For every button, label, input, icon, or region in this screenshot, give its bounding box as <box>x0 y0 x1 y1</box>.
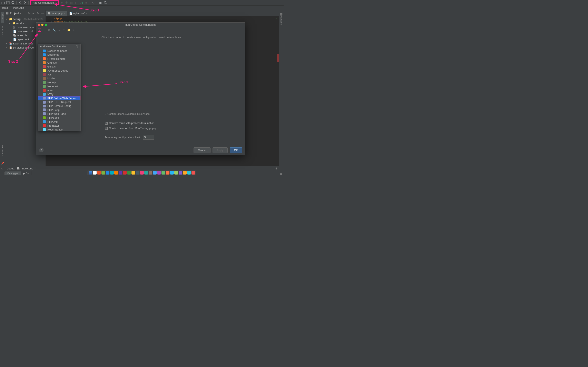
tool-database[interactable]: Database <box>280 15 283 25</box>
gear-icon[interactable]: ⚙ <box>36 12 40 15</box>
dropdown-item-label: Protractor <box>47 124 59 127</box>
dropdown-item-phpunit[interactable]: PHPUnit <box>38 120 80 124</box>
dropdown-item-protractor[interactable]: Protractor <box>38 124 80 128</box>
close-icon[interactable]: × <box>63 12 65 15</box>
collapse-icon[interactable]: ⇥ <box>32 12 35 15</box>
database-icon[interactable]: ▦ <box>280 12 283 15</box>
config-type-icon <box>43 50 46 52</box>
down-icon[interactable]: ▾ <box>62 29 66 32</box>
search-icon[interactable] <box>104 1 107 4</box>
minimize-icon[interactable]: — <box>41 12 44 15</box>
build-icon[interactable] <box>91 1 95 4</box>
tool-structure[interactable]: 7: Structure <box>1 26 4 38</box>
editor-tab[interactable]: 📄nginx.conf× <box>67 11 89 16</box>
dialog-titlebar[interactable]: Run/Debug Configurations <box>36 23 245 27</box>
dropdown-item-php-script[interactable]: PHP Script <box>38 108 80 112</box>
dropdown-item-phpspec[interactable]: PHPSpec <box>38 116 80 120</box>
dropdown-item-npm[interactable]: npm <box>38 88 80 92</box>
copy-config-button[interactable]: ⎘ <box>48 29 51 32</box>
dropdown-item-gulp-js[interactable]: Gulp.js <box>38 65 80 68</box>
debugger-tab[interactable]: Debugger <box>5 171 21 175</box>
forward-icon[interactable] <box>23 1 27 4</box>
dropdown-item-label: Nodeunit <box>47 85 58 88</box>
project-title[interactable]: Project <box>10 12 19 15</box>
save-icon[interactable] <box>6 1 10 4</box>
pin-icon[interactable]: 📌 <box>1 162 4 165</box>
macos-dock[interactable] <box>87 170 196 175</box>
dropdown-item-grunt-js[interactable]: Grunt.js <box>38 61 80 65</box>
dropdown-item-mocha[interactable]: Mocha <box>38 76 80 80</box>
console-tab[interactable]: ▶ Co <box>21 171 32 175</box>
config-type-icon <box>43 97 46 100</box>
dropdown-item-react-native[interactable]: React Native <box>38 128 80 131</box>
dropdown-item-label: PHP Built-in Web Server <box>47 97 76 100</box>
main-toolbar: Add Configuration... ◧ ◐ {⤴} ■ ▣ <box>0 0 284 6</box>
dropdown-item-nodeunit[interactable]: Nodeunit <box>38 84 80 88</box>
breadcrumb-file[interactable]: index.php <box>13 7 24 9</box>
resume-icon[interactable]: ▷ <box>1 167 4 170</box>
refresh-icon[interactable] <box>11 1 15 4</box>
git-icon[interactable]: ▣ <box>99 1 102 4</box>
help-button[interactable]: ? <box>39 148 43 152</box>
config-type-icon <box>43 112 46 115</box>
minimize-icon[interactable]: — <box>279 167 282 170</box>
apply-button[interactable]: Apply <box>213 147 228 153</box>
debug-target: index.php <box>22 167 33 170</box>
dropdown-item-php-remote-debug[interactable]: PHP Remote Debug <box>38 104 80 108</box>
dropdown-item-label: Firefox Remote <box>47 57 66 60</box>
error-stripe[interactable] <box>277 54 279 62</box>
add-config-button[interactable] <box>38 29 41 32</box>
gear-icon[interactable]: ⚙ <box>275 167 278 170</box>
dropdown-item-php-web-page[interactable]: PHP Web Page <box>38 112 80 116</box>
pause-icon[interactable]: ❙❙ <box>1 172 4 175</box>
dropdown-item-php-built-in-web-server[interactable]: PHP Built-in Web Server <box>38 96 80 100</box>
sort-icon[interactable]: ↕ <box>72 29 75 32</box>
run-icon[interactable] <box>60 1 63 4</box>
debug-icon[interactable] <box>65 1 68 4</box>
remove-config-button[interactable]: — <box>43 29 46 32</box>
filter-icon[interactable]: ⇅ <box>76 45 78 48</box>
dropdown-item-jest[interactable]: Jest <box>38 73 80 76</box>
project-icon: ▤ <box>6 12 9 15</box>
back-icon[interactable] <box>18 1 22 4</box>
breadcrumb-project[interactable]: debug <box>2 7 8 9</box>
limit-input[interactable] <box>143 135 154 140</box>
folder-icon[interactable]: 📁 <box>67 29 70 32</box>
debug-title: Debug: <box>7 167 15 170</box>
svg-rect-0 <box>7 1 9 4</box>
dropdown-item-node-js[interactable]: Node.js <box>38 80 80 84</box>
inspection-check-icon[interactable] <box>275 17 278 21</box>
checkbox-delete[interactable]: ✓Confirm deletion from Run/Debug popup <box>105 127 238 130</box>
ok-button[interactable]: OK <box>230 147 242 153</box>
edit-templates-button[interactable]: 🔧 <box>52 29 56 32</box>
target-icon[interactable]: ⊕ <box>27 12 31 15</box>
config-type-icon <box>43 65 46 68</box>
dropdown-item-javascript-debug[interactable]: JavaScript Debug <box>38 68 80 72</box>
checkbox-rerun[interactable]: ✓Confirm rerun with process termination <box>105 122 238 125</box>
dropdown-item-dockerfile[interactable]: Dockerfile <box>38 53 80 57</box>
tool-favorites[interactable]: 2: Favorites <box>1 145 4 156</box>
tool-project[interactable]: 1: Project <box>1 12 4 23</box>
stop-icon[interactable]: ■ <box>84 1 88 4</box>
dropdown-item-php-http-request[interactable]: PHP HTTP Request <box>38 100 80 104</box>
coverage-icon[interactable]: ◧ <box>70 1 73 4</box>
close-icon[interactable]: × <box>86 12 87 15</box>
collapsible-services[interactable]: ▸ Configurations Available in Services <box>105 112 238 115</box>
svg-point-3 <box>104 1 106 3</box>
open-icon[interactable] <box>1 1 5 4</box>
run-config-dropdown[interactable]: Add Configuration... <box>30 0 59 5</box>
attach-icon[interactable]: {⤴} <box>79 1 83 4</box>
editor-tab[interactable]: 🐘index.php× <box>46 11 67 16</box>
left-tool-strip: 1: Project 7: Structure 2: Favorites 📌 <box>0 10 5 166</box>
dropdown-item-firefox-remote[interactable]: Firefox Remote <box>38 57 80 61</box>
tree-root[interactable]: ▾ 📁 debug ~/Work/php/demos/d <box>5 17 45 21</box>
up-icon[interactable]: ▴ <box>57 29 61 32</box>
dropdown-item-nw-js[interactable]: NW.js <box>38 92 80 96</box>
layout-icon[interactable]: ▦ <box>279 172 284 175</box>
add-config-dropdown: Add New Configuration ⇅ Docker-composeDo… <box>38 44 81 131</box>
cancel-button[interactable]: Cancel <box>194 147 210 153</box>
profile-icon[interactable]: ◐ <box>75 1 78 4</box>
dropdown-item-docker-compose[interactable]: Docker-compose <box>38 49 80 53</box>
dialog-toolbar: — ⎘ 🔧 ▴ ▾ 📁 ↕ <box>36 27 245 33</box>
dropdown-item-label: NW.js <box>47 92 54 96</box>
